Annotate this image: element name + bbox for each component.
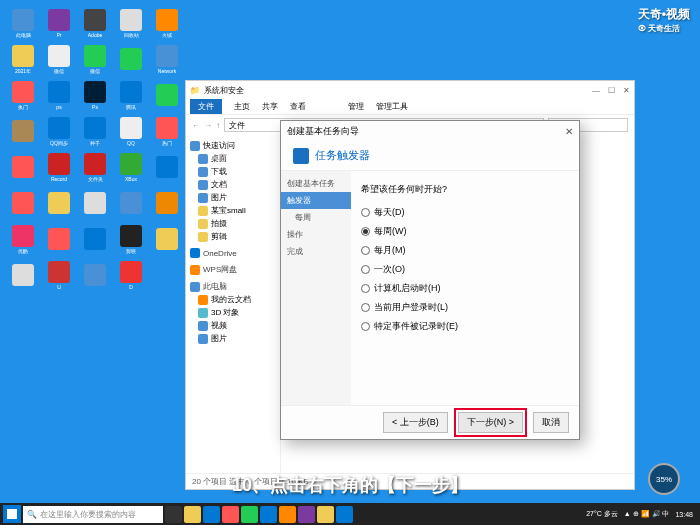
maximize-icon[interactable]: ☐ (608, 86, 615, 95)
desktop-app-icon[interactable]: Pr (41, 5, 77, 41)
taskbar-app-10[interactable] (336, 506, 353, 523)
tab-manage[interactable]: 管理 (348, 101, 364, 112)
desktop-app-icon[interactable]: QQ同步 (41, 113, 77, 149)
taskbar-app-2[interactable] (184, 506, 201, 523)
desktop-app-icon[interactable]: Network (149, 41, 185, 77)
desktop-app-icon[interactable] (77, 221, 113, 257)
desktop-app-icon[interactable] (77, 257, 113, 293)
radio-daily[interactable]: 每天(D) (361, 206, 569, 219)
step-trigger[interactable]: 触发器 (281, 192, 351, 209)
nav-forward-icon[interactable]: → (204, 121, 212, 130)
taskbar-app-7[interactable] (279, 506, 296, 523)
sidebar-downloads[interactable]: 下载 (188, 165, 278, 178)
desktop-app-icon[interactable]: XBox (113, 149, 149, 185)
desktop-app-icon[interactable]: 微信 (41, 41, 77, 77)
taskbar-app-9[interactable] (317, 506, 334, 523)
next-button[interactable]: 下一步(N) > (458, 412, 523, 433)
desktop-app-icon[interactable]: Ps (77, 77, 113, 113)
desktop-app-icon[interactable]: ps (41, 77, 77, 113)
step-finish[interactable]: 完成 (281, 243, 351, 260)
desktop-app-icon[interactable]: 回收站 (113, 5, 149, 41)
desktop-app-icon[interactable] (113, 185, 149, 221)
sidebar-pictures[interactable]: 图片 (188, 191, 278, 204)
taskbar-app-5[interactable] (241, 506, 258, 523)
desktop-app-icon[interactable]: U (41, 257, 77, 293)
tab-mgtools[interactable]: 管理工具 (376, 101, 408, 112)
desktop-app-icon[interactable]: 此电脑 (5, 5, 41, 41)
tray-icons[interactable]: ▲ ⊕ 📶 🔊 中 (624, 509, 670, 519)
tab-view[interactable]: 查看 (290, 101, 306, 112)
explorer-titlebar[interactable]: 📁 系统和安全 — ☐ ✕ (186, 81, 634, 99)
desktop-app-icon[interactable] (149, 185, 185, 221)
step-daily[interactable]: 每周 (281, 209, 351, 226)
cancel-button[interactable]: 取消 (533, 412, 569, 433)
desktop-app-icon[interactable]: QQ (113, 113, 149, 149)
desktop-app-icon[interactable]: D (113, 257, 149, 293)
nav-back-icon[interactable]: ← (192, 121, 200, 130)
sidebar-pictures2[interactable]: 图片 (188, 332, 278, 345)
sidebar-onedrive[interactable]: OneDrive (188, 247, 278, 259)
sidebar-wps[interactable]: WPS网盘 (188, 263, 278, 276)
radio-startup[interactable]: 计算机启动时(H) (361, 282, 569, 295)
desktop-app-icon[interactable]: 文件夹 (77, 149, 113, 185)
back-button[interactable]: < 上一步(B) (383, 412, 448, 433)
radio-logon[interactable]: 当前用户登录时(L) (361, 301, 569, 314)
nav-up-icon[interactable]: ↑ (216, 121, 220, 130)
desktop-app-icon[interactable]: 优酷 (5, 221, 41, 257)
step-create-task[interactable]: 创建基本任务 (281, 175, 351, 192)
tab-share[interactable]: 共享 (262, 101, 278, 112)
sidebar-folder1[interactable]: 某宝small (188, 204, 278, 217)
desktop-app-icon[interactable]: 2021年 (5, 41, 41, 77)
taskbar-app-1[interactable] (165, 506, 182, 523)
sidebar-videos[interactable]: 视频 (188, 319, 278, 332)
sidebar-quick-access[interactable]: 快速访问 (188, 139, 278, 152)
desktop-app-icon[interactable]: 剪映 (113, 221, 149, 257)
system-tray[interactable]: 27°C 多云 ▲ ⊕ 📶 🔊 中 13:48 (586, 509, 697, 519)
desktop-app-icon[interactable] (149, 149, 185, 185)
radio-once[interactable]: 一次(O) (361, 263, 569, 276)
desktop-app-icon[interactable] (41, 185, 77, 221)
sidebar-folder2[interactable]: 拍摄 (188, 217, 278, 230)
desktop-app-icon[interactable]: Adobe (77, 5, 113, 41)
dialog-close-icon[interactable]: ✕ (565, 126, 573, 137)
clock[interactable]: 13:48 (675, 511, 693, 518)
desktop-app-icon[interactable] (5, 113, 41, 149)
taskbar-app-3[interactable] (203, 506, 220, 523)
desktop-app-icon[interactable] (5, 149, 41, 185)
tab-file[interactable]: 文件 (190, 99, 222, 114)
sidebar-folder3[interactable]: 剪辑 (188, 230, 278, 243)
sidebar-desktop[interactable]: 桌面 (188, 152, 278, 165)
taskbar-search-input[interactable]: 🔍 在这里输入你要搜索的内容 (23, 506, 163, 523)
tab-home[interactable]: 主页 (234, 101, 250, 112)
desktop-app-icon[interactable]: 执门 (5, 77, 41, 113)
taskbar-app-8[interactable] (298, 506, 315, 523)
close-icon[interactable]: ✕ (623, 86, 630, 95)
desktop-app-icon[interactable]: 微信 (77, 41, 113, 77)
sidebar-documents[interactable]: 文档 (188, 178, 278, 191)
taskbar-app-6[interactable] (260, 506, 277, 523)
desktop-app-icon[interactable]: 腾讯 (113, 77, 149, 113)
weather-widget[interactable]: 27°C 多云 (586, 509, 618, 519)
start-button[interactable] (3, 505, 21, 523)
taskbar-app-4[interactable] (222, 506, 239, 523)
radio-monthly[interactable]: 每月(M) (361, 244, 569, 257)
desktop-app-icon[interactable] (5, 257, 41, 293)
desktop-app-icon[interactable]: 热门 (149, 113, 185, 149)
sidebar-3d[interactable]: 3D 对象 (188, 306, 278, 319)
radio-weekly[interactable]: 每周(W) (361, 225, 569, 238)
desktop-app-icon[interactable] (149, 221, 185, 257)
minimize-icon[interactable]: — (592, 86, 600, 95)
sidebar-cloud[interactable]: 我的云文档 (188, 293, 278, 306)
sidebar-this-pc[interactable]: 此电脑 (188, 280, 278, 293)
desktop-app-icon[interactable] (5, 185, 41, 221)
desktop-app-icon[interactable] (149, 77, 185, 113)
desktop-app-icon[interactable] (113, 41, 149, 77)
desktop-app-icon[interactable]: 火绒 (149, 5, 185, 41)
desktop-app-icon[interactable]: 种子 (77, 113, 113, 149)
dialog-titlebar[interactable]: 创建基本任务向导 ✕ (281, 121, 579, 141)
desktop-app-icon[interactable] (77, 185, 113, 221)
desktop-app-icon[interactable] (41, 221, 77, 257)
step-action[interactable]: 操作 (281, 226, 351, 243)
desktop-app-icon[interactable]: Record (41, 149, 77, 185)
radio-event[interactable]: 特定事件被记录时(E) (361, 320, 569, 333)
